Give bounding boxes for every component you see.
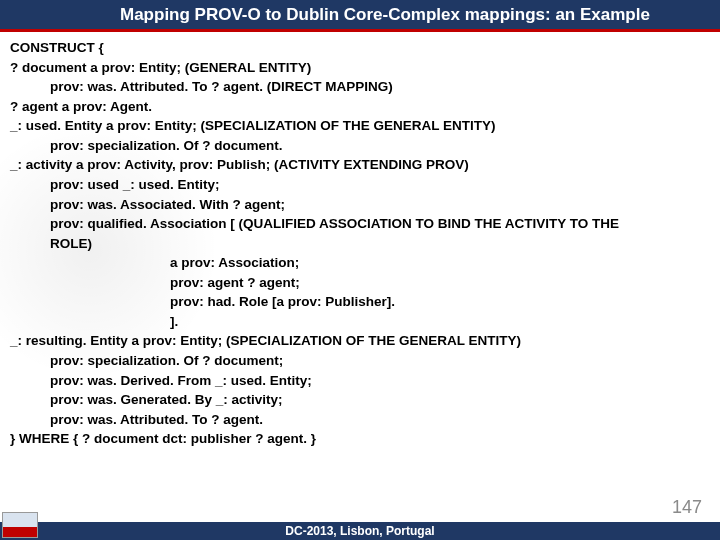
- code-line: prov: was. Attributed. To ? agent.: [50, 410, 710, 430]
- code-line: a prov: Association;: [170, 253, 710, 273]
- code-line: ? agent a prov: Agent.: [10, 97, 710, 117]
- code-line: prov: agent ? agent;: [170, 273, 710, 293]
- code-line: prov: was. Derived. From _: used. Entity…: [50, 371, 710, 391]
- title-bar: Mapping PROV-O to Dublin Core-Complex ma…: [0, 0, 720, 32]
- footer-text: DC-2013, Lisbon, Portugal: [285, 524, 434, 538]
- code-line: prov: was. Generated. By _: activity;: [50, 390, 710, 410]
- code-line: ? document a prov: Entity; (GENERAL ENTI…: [10, 58, 710, 78]
- page-number: 147: [672, 497, 702, 518]
- code-line: prov: qualified. Association [ (QUALIFIE…: [50, 214, 710, 234]
- code-line: _: resulting. Entity a prov: Entity; (SP…: [10, 331, 710, 351]
- code-line: _: used. Entity a prov: Entity; (SPECIAL…: [10, 116, 710, 136]
- code-line: _: activity a prov: Activity, prov: Publ…: [10, 155, 710, 175]
- code-line: ].: [170, 312, 710, 332]
- code-line: prov: specialization. Of ? document;: [50, 351, 710, 371]
- code-line: prov: had. Role [a prov: Publisher].: [170, 292, 710, 312]
- footer-bar: DC-2013, Lisbon, Portugal: [0, 522, 720, 540]
- slide-title: Mapping PROV-O to Dublin Core-Complex ma…: [120, 5, 650, 25]
- code-content: CONSTRUCT { ? document a prov: Entity; (…: [0, 32, 720, 449]
- code-line: prov: was. Associated. With ? agent;: [50, 195, 710, 215]
- code-line: prov: used _: used. Entity;: [50, 175, 710, 195]
- code-line: prov: specialization. Of ? document.: [50, 136, 710, 156]
- code-line: } WHERE { ? document dct: publisher ? ag…: [10, 429, 710, 449]
- code-line: ROLE): [50, 234, 710, 254]
- logo-icon: [2, 512, 38, 538]
- code-line: prov: was. Attributed. To ? agent. (DIRE…: [50, 77, 710, 97]
- code-line: CONSTRUCT {: [10, 38, 710, 58]
